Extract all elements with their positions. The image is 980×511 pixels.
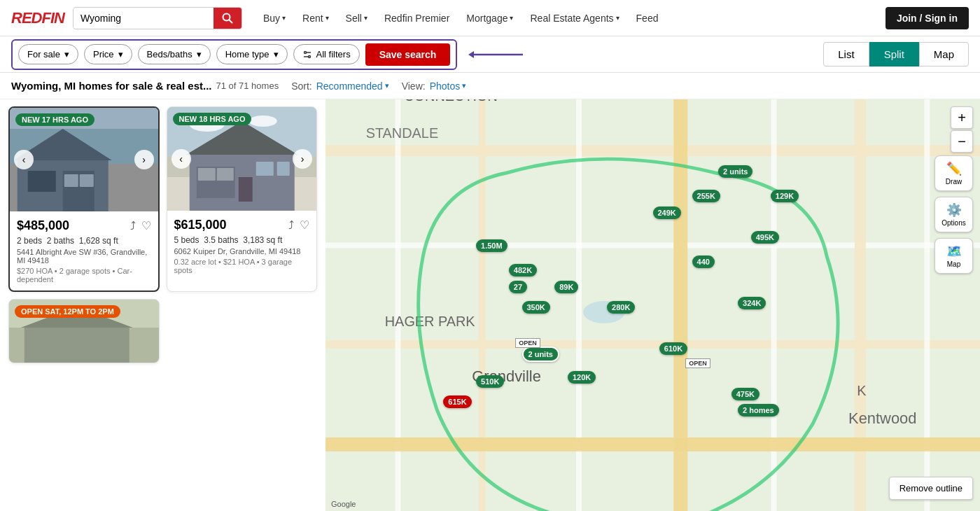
view-value[interactable]: Photos ▾ bbox=[430, 80, 467, 92]
search-input[interactable] bbox=[74, 8, 214, 28]
share-button-2[interactable]: ⤴ bbox=[288, 218, 294, 232]
marker-610k[interactable]: 610K bbox=[659, 342, 687, 355]
view-label: View: bbox=[402, 80, 426, 92]
list-view-button[interactable]: List bbox=[823, 42, 869, 66]
next-image-btn-1[interactable]: › bbox=[134, 150, 154, 169]
for-sale-filter[interactable]: For sale ▾ bbox=[18, 44, 78, 64]
marker-495k[interactable]: 495K bbox=[751, 231, 779, 244]
marker-482k[interactable]: 482K bbox=[509, 264, 537, 276]
draw-icon: ✏️ bbox=[946, 161, 962, 176]
marker-120k[interactable]: 120K bbox=[568, 371, 596, 384]
map-side-controls: ✏️ Draw ⚙️ Options 🗺️ Map bbox=[934, 155, 973, 274]
sort-value[interactable]: Recommended ▾ bbox=[316, 80, 389, 92]
nav-real-estate-agents[interactable]: Real Estate Agents ▾ bbox=[523, 8, 626, 28]
zoom-in-button[interactable]: + bbox=[951, 106, 973, 129]
svg-point-20 bbox=[248, 115, 276, 127]
svg-point-5 bbox=[308, 55, 310, 57]
next-image-btn-2[interactable]: › bbox=[293, 149, 312, 169]
share-button-1[interactable]: ⤴ bbox=[130, 219, 136, 232]
chevron-down-icon: ▾ bbox=[385, 81, 389, 90]
svg-point-4 bbox=[304, 51, 306, 53]
header: REDFIN Buy ▾ Rent ▾ Sell ▾ Redfin Premie… bbox=[0, 0, 980, 36]
chevron-down-icon: ▾ bbox=[118, 49, 123, 59]
marker-89k[interactable]: 89K bbox=[554, 281, 578, 293]
marker-615k[interactable]: 615K bbox=[443, 396, 471, 408]
marker-324k[interactable]: 324K bbox=[738, 297, 766, 309]
card-image-3: OPEN SAT, 12PM TO 2PM bbox=[9, 300, 159, 363]
sort-label: Sort: bbox=[291, 80, 312, 92]
prev-image-btn-2[interactable]: ‹ bbox=[172, 149, 191, 169]
card-meta-2: 0.32 acre lot • $21 HOA • 3 garage spots bbox=[174, 258, 310, 274]
card-price-2: $615,000 bbox=[174, 218, 227, 232]
results-title: Wyoming, MI homes for sale & real est... bbox=[11, 80, 211, 92]
split-view-button[interactable]: Split bbox=[869, 42, 919, 66]
sliders-icon bbox=[302, 50, 312, 59]
map-zoom-controls: + − bbox=[951, 106, 973, 153]
listing-card-1[interactable]: NEW 17 HRS AGO ‹ › $485,000 ⤴ ♡ 2 beds 2… bbox=[8, 106, 160, 292]
prev-image-btn-1[interactable]: ‹ bbox=[14, 150, 34, 169]
marker-129k[interactable]: 129K bbox=[771, 190, 799, 202]
map-view-button[interactable]: Map bbox=[919, 42, 969, 66]
nav-feed[interactable]: Feed bbox=[629, 8, 666, 28]
open-label-1: OPEN bbox=[515, 338, 540, 348]
marker-249k[interactable]: 249K bbox=[653, 206, 681, 219]
listing-card-3[interactable]: OPEN SAT, 12PM TO 2PM bbox=[8, 299, 160, 363]
main-layout: NEW 17 HRS AGO ‹ › $485,000 ⤴ ♡ 2 beds 2… bbox=[0, 99, 980, 511]
nav-redfin-premier[interactable]: Redfin Premier bbox=[377, 8, 456, 28]
draw-button[interactable]: ✏️ Draw bbox=[934, 155, 973, 191]
join-signin-button[interactable]: Join / Sign in bbox=[886, 7, 969, 29]
filter-bar: For sale ▾ Price ▾ Beds/baths ▾ Home typ… bbox=[0, 36, 980, 73]
options-button[interactable]: ⚙️ Options bbox=[934, 197, 973, 232]
marker-510k[interactable]: 510K bbox=[476, 375, 504, 388]
marker-2units-2[interactable]: 2 units bbox=[522, 346, 559, 362]
nav-buy[interactable]: Buy ▾ bbox=[256, 8, 293, 28]
map-type-button[interactable]: 🗺️ Map bbox=[934, 238, 973, 274]
nav-mortgage[interactable]: Mortgage ▾ bbox=[459, 8, 520, 28]
open-badge-3: OPEN SAT, 12PM TO 2PM bbox=[15, 305, 120, 318]
remove-outline-button[interactable]: Remove outline bbox=[889, 477, 973, 500]
save-search-button[interactable]: Save search bbox=[365, 43, 451, 66]
listing-card-2[interactable]: NEW 18 HRS AGO ‹ › $615,000 ⤴ ♡ 5 beds 3… bbox=[167, 106, 318, 292]
redfin-logo[interactable]: REDFIN bbox=[11, 9, 64, 27]
google-label: Google bbox=[331, 500, 356, 508]
left-arrow-icon bbox=[468, 48, 524, 62]
all-filters-button[interactable]: All filters bbox=[293, 44, 360, 64]
zoom-out-button[interactable]: − bbox=[951, 130, 973, 153]
map-icon: 🗺️ bbox=[946, 244, 962, 259]
chevron-down-icon: ▾ bbox=[64, 49, 69, 59]
nav-rent[interactable]: Rent ▾ bbox=[295, 8, 336, 28]
search-button[interactable] bbox=[214, 8, 241, 29]
svg-marker-7 bbox=[468, 51, 474, 58]
search-icon bbox=[222, 13, 233, 24]
card-address-2: 6062 Kuiper Dr, Grandville, MI 49418 bbox=[174, 247, 310, 255]
card-details-2: 5 beds 3.5 baths 3,183 sq ft bbox=[174, 235, 310, 245]
svg-rect-12 bbox=[28, 171, 56, 192]
new-badge-2: NEW 18 HRS AGO bbox=[173, 113, 252, 125]
svg-rect-26 bbox=[216, 168, 233, 181]
map-markers: 2 units 255K 249K 129K 1.50M 482K 495K 4… bbox=[326, 99, 980, 511]
beds-baths-filter[interactable]: Beds/baths ▾ bbox=[138, 44, 211, 64]
marker-2units-1[interactable]: 2 units bbox=[718, 165, 752, 178]
listings-panel: NEW 17 HRS AGO ‹ › $485,000 ⤴ ♡ 2 beds 2… bbox=[0, 99, 326, 511]
svg-rect-27 bbox=[238, 177, 252, 202]
marker-255k[interactable]: 255K bbox=[692, 190, 720, 202]
favorite-button-2[interactable]: ♡ bbox=[300, 218, 309, 232]
open-label-2: OPEN bbox=[685, 358, 710, 368]
marker-2homes[interactable]: 2 homes bbox=[738, 404, 779, 416]
marker-27[interactable]: 27 bbox=[509, 281, 527, 293]
favorite-button-1[interactable]: ♡ bbox=[141, 219, 151, 232]
chevron-down-icon: ▾ bbox=[197, 49, 202, 59]
marker-280k[interactable]: 280K bbox=[607, 301, 635, 314]
svg-rect-28 bbox=[255, 162, 273, 176]
home-type-filter[interactable]: Home type ▾ bbox=[216, 44, 288, 64]
marker-440[interactable]: 440 bbox=[692, 255, 715, 268]
marker-350k[interactable]: 350K bbox=[522, 301, 550, 314]
nav-sell[interactable]: Sell ▾ bbox=[339, 8, 374, 28]
map-panel: 96 96 Walker WESTSIDE CONNECTION STANDAL… bbox=[326, 99, 980, 511]
svg-rect-29 bbox=[276, 162, 289, 176]
marker-150m[interactable]: 1.50M bbox=[476, 239, 507, 252]
card-image-1: NEW 17 HRS AGO ‹ › bbox=[10, 108, 158, 211]
price-filter[interactable]: Price ▾ bbox=[84, 44, 132, 64]
marker-475k[interactable]: 475K bbox=[732, 388, 760, 400]
chevron-down-icon: ▾ bbox=[462, 81, 466, 90]
